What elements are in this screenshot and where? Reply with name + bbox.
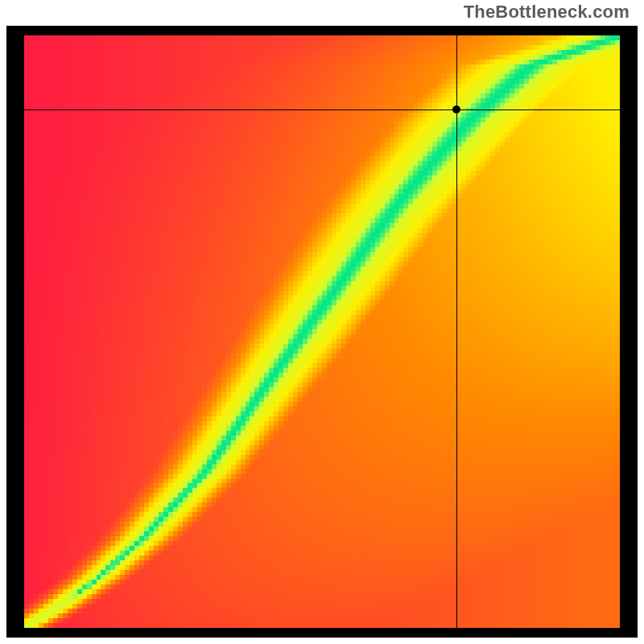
plot-frame — [6, 26, 638, 638]
watermark-text: TheBottleneck.com — [464, 2, 630, 23]
crosshair-marker-dot — [452, 105, 460, 114]
crosshair-horizontal — [24, 109, 620, 110]
heatmap-plot — [24, 35, 620, 628]
heatmap-canvas — [24, 35, 620, 628]
crosshair-vertical — [456, 35, 457, 628]
